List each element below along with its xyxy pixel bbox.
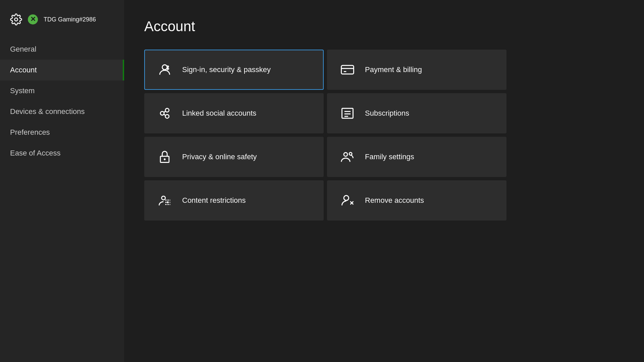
sidebar-item-account[interactable]: Account (0, 60, 124, 80)
sign-in-label: Sign-in, security & passkey (182, 65, 271, 75)
svg-text:✕: ✕ (30, 15, 36, 23)
svg-point-0 (15, 18, 18, 21)
xbox-icon: ✕ (27, 13, 39, 25)
grid-item-payment[interactable]: Payment & billing (327, 50, 506, 90)
content-icon (157, 192, 173, 208)
payment-label: Payment & billing (365, 65, 422, 75)
subscriptions-label: Subscriptions (365, 109, 409, 118)
svg-point-18 (164, 159, 166, 161)
sidebar-item-general[interactable]: General (0, 39, 124, 60)
remove-label: Remove accounts (365, 196, 424, 205)
sign-in-icon (157, 62, 173, 78)
linked-label: Linked social accounts (182, 109, 256, 118)
sidebar-header: ✕ TDG Gaming#2986 (0, 13, 124, 39)
sidebar: ✕ TDG Gaming#2986 General Account System… (0, 0, 124, 362)
sidebar-item-devices[interactable]: Devices & connections (0, 101, 124, 122)
sidebar-nav: General Account System Devices & connect… (0, 39, 124, 164)
account-grid: Sign-in, security & passkey Payment & bi… (144, 50, 506, 221)
svg-line-11 (164, 111, 165, 112)
content-label: Content restrictions (182, 196, 246, 205)
family-icon (339, 149, 356, 165)
svg-point-8 (160, 112, 164, 115)
svg-point-10 (165, 115, 169, 118)
grid-item-family[interactable]: Family settings (327, 137, 506, 177)
family-label: Family settings (365, 152, 414, 162)
remove-icon (339, 192, 356, 208)
subscriptions-icon (339, 105, 356, 121)
privacy-label: Privacy & online safety (182, 152, 257, 162)
svg-rect-5 (341, 65, 354, 74)
grid-item-content[interactable]: Content restrictions (144, 180, 324, 221)
svg-line-12 (164, 114, 165, 115)
main-content: Account Sign-in, security & passkey (124, 0, 644, 362)
sidebar-item-preferences[interactable]: Preferences (0, 122, 124, 143)
sidebar-item-system[interactable]: System (0, 80, 124, 101)
grid-item-subscriptions[interactable]: Subscriptions (327, 93, 506, 133)
svg-point-26 (344, 195, 349, 200)
linked-icon (157, 105, 173, 121)
payment-icon (339, 62, 356, 78)
grid-item-linked[interactable]: Linked social accounts (144, 93, 324, 133)
gear-icon (10, 13, 22, 25)
sidebar-item-ease-of-access[interactable]: Ease of Access (0, 143, 124, 164)
grid-item-privacy[interactable]: Privacy & online safety (144, 137, 324, 177)
username-label: TDG Gaming#2986 (44, 16, 96, 23)
svg-point-20 (349, 153, 352, 155)
grid-item-sign-in[interactable]: Sign-in, security & passkey (144, 50, 324, 90)
page-title: Account (144, 18, 624, 35)
svg-point-21 (162, 196, 165, 200)
grid-item-remove[interactable]: Remove accounts (327, 180, 506, 221)
svg-point-9 (165, 108, 169, 112)
privacy-icon (157, 149, 173, 165)
svg-point-19 (344, 153, 347, 156)
